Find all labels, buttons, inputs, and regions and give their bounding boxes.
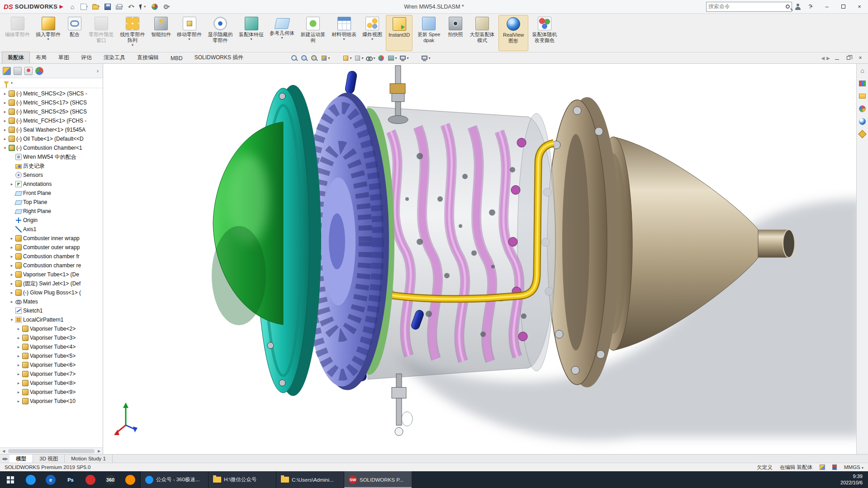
units-selector[interactable]: MMGS ▾ xyxy=(844,464,863,470)
tree-item[interactable]: ▸ Vaporiser Tube<10 xyxy=(0,397,103,406)
tree-expand-arrow[interactable]: ▸ xyxy=(16,327,21,331)
new-document-button[interactable]: ▾ xyxy=(79,2,90,12)
view-tool-button[interactable]: ▾ xyxy=(398,53,409,62)
ribbon-button[interactable]: 更新 Speedpak xyxy=(414,15,444,51)
tree-item[interactable]: ▸ (-) Oil Tube<1> (Default<<D xyxy=(0,134,103,143)
tree-item[interactable]: Sketch1 xyxy=(0,306,103,315)
taskbar-app-icon[interactable] xyxy=(21,471,41,488)
doc-restore-button[interactable] xyxy=(844,54,854,62)
tree-expand-arrow[interactable]: ▸ xyxy=(16,372,21,376)
graphics-viewport[interactable] xyxy=(103,64,856,454)
custom-properties-icon[interactable] xyxy=(859,130,867,138)
tree-item[interactable]: ▸ Vaporiser Tube<8> xyxy=(0,379,103,388)
tree-expand-arrow[interactable]: ▸ xyxy=(16,381,21,385)
ribbon-button[interactable]: RealView图形 xyxy=(498,15,528,51)
tree-item[interactable]: ▸ Vaporiser Tube<1> (De xyxy=(0,270,103,279)
view-tool-button[interactable]: ▾ xyxy=(387,53,398,62)
view-tool-button[interactable] xyxy=(410,53,419,62)
tree-expand-arrow[interactable]: ▸ xyxy=(3,109,7,114)
taskbar-clock[interactable]: 9:39 2022/10/6 xyxy=(835,471,868,488)
taskbar-app-icon[interactable]: Ps xyxy=(61,471,81,488)
resources-home-icon[interactable]: ⌂ xyxy=(859,66,867,75)
ribbon-button[interactable]: 新建运动算例 xyxy=(298,15,328,51)
tree-item[interactable]: ▸ (-) Seal Washer<1> (91545A xyxy=(0,125,103,134)
file-explorer-icon[interactable] xyxy=(859,92,867,100)
tree-expand-arrow[interactable]: ▸ xyxy=(9,281,14,286)
tree-expand-arrow[interactable]: ▸ xyxy=(3,137,7,141)
tree-expand-arrow[interactable]: ▸ xyxy=(9,290,14,295)
taskbar-window-button[interactable]: H:\微信公众号 xyxy=(208,471,276,488)
ribbon-button[interactable]: 插入零部件 ▾ xyxy=(33,15,63,51)
tree-expand-arrow[interactable]: ▸ xyxy=(16,363,21,367)
ribbon-button[interactable]: 编辑零部件 xyxy=(3,15,32,51)
tree-expand-arrow[interactable]: ▸ xyxy=(16,336,21,340)
appearances-scenes-icon[interactable] xyxy=(859,117,867,125)
ribbon-button[interactable]: 移动零部件 ▾ xyxy=(175,15,204,51)
tree-expand-arrow[interactable]: ▸ xyxy=(9,245,14,250)
combustion-chamber[interactable] xyxy=(368,107,555,379)
tab-scroll-right-icon[interactable]: ▶ xyxy=(5,457,8,461)
tree-item[interactable]: ▸ Combustion chamber re xyxy=(0,261,103,270)
tree-expand-arrow[interactable]: ▾ xyxy=(3,146,7,150)
view-tool-button[interactable] xyxy=(300,53,309,62)
tree-item[interactable]: Wren MW54 中的配合 xyxy=(0,152,103,161)
tree-expand-arrow[interactable]: ▸ xyxy=(16,345,21,349)
command-tab[interactable]: 评估 xyxy=(75,52,98,63)
intake-bell[interactable] xyxy=(212,122,283,325)
tree-item[interactable]: ▸ (-) Glow Plug Boss<1> ( xyxy=(0,288,103,297)
window-forward-icon[interactable]: ▶ xyxy=(826,56,830,61)
tree-item[interactable]: ▸ Vaporiser Tube<3> xyxy=(0,333,103,342)
tree-expand-arrow[interactable]: ▸ xyxy=(3,128,7,132)
ribbon-button[interactable]: Instant3D xyxy=(386,15,413,51)
rebuild-button[interactable] xyxy=(149,2,160,12)
tree-item[interactable]: Origin xyxy=(0,216,103,225)
undo-button[interactable]: ↶▾ xyxy=(126,2,137,12)
view-tool-button[interactable] xyxy=(290,53,299,62)
tree-expand-arrow[interactable]: ▸ xyxy=(16,399,21,403)
options-button[interactable]: ⚙▾ xyxy=(161,2,172,12)
ribbon-button[interactable]: 装配体随机改变颜色 xyxy=(530,15,560,51)
view-tool-button[interactable] xyxy=(332,53,341,62)
taskbar-app-icon[interactable]: 360 xyxy=(100,471,120,488)
view-tool-button[interactable]: ▾ xyxy=(320,53,331,62)
print-button[interactable]: ▾ xyxy=(114,2,125,12)
tree-expand-arrow[interactable]: ▸ xyxy=(9,263,14,268)
model-tab[interactable]: 模型 xyxy=(9,455,33,463)
model-tab[interactable]: Motion Study 1 xyxy=(65,455,113,463)
tree-item[interactable]: ▸ (-) Metric_SHCS<25> (SHCS xyxy=(0,107,103,116)
tree-item[interactable]: ▸ Vaporiser Tube<6> xyxy=(0,360,103,370)
tree-item[interactable]: ▸ Vaporiser Tube<2> xyxy=(0,324,103,333)
taskbar-app-icon[interactable] xyxy=(120,471,140,488)
view-tool-button[interactable]: ▾ xyxy=(420,53,431,62)
ribbon-button[interactable]: 材料明细表 ▾ xyxy=(329,15,359,51)
tree-expand-arrow[interactable]: ▸ xyxy=(3,100,7,105)
taskbar-window-button[interactable]: SW SOLIDWORKS P... xyxy=(344,471,412,488)
scroll-right-icon[interactable]: ▶ xyxy=(95,449,103,453)
open-button[interactable]: ▾ xyxy=(90,2,101,12)
property-manager-tab-icon[interactable] xyxy=(14,67,22,75)
tree-item[interactable]: Right Plane xyxy=(0,207,103,216)
tab-scroll-left-icon[interactable]: ◀ xyxy=(2,457,5,461)
tree-item[interactable]: Sensors xyxy=(0,171,103,180)
model-tab[interactable]: 3D 视图 xyxy=(33,455,65,463)
tree-item[interactable]: Front Plane xyxy=(0,189,103,198)
tree-filter-bar[interactable]: ▾ xyxy=(0,78,103,88)
tree-expand-arrow[interactable]: ▸ xyxy=(9,299,14,304)
taskbar-app-icon[interactable] xyxy=(81,471,100,488)
tree-item[interactable]: ▾ LocalCirPattern1 xyxy=(0,315,103,324)
taskbar-window-button[interactable]: 公众号 - 360极速... xyxy=(140,471,208,488)
scroll-left-icon[interactable]: ◀ xyxy=(0,449,7,453)
ribbon-button[interactable]: 显示隐藏的零部件 xyxy=(205,15,235,51)
command-search-input[interactable]: 搜索命令 xyxy=(706,2,792,12)
tree-horizontal-scrollbar[interactable]: ◀ ▶ xyxy=(0,447,103,454)
ribbon-button[interactable]: 线性零部件阵列 ▾ xyxy=(118,15,147,51)
close-button[interactable]: × xyxy=(853,1,866,12)
tree-item[interactable]: Axis1 xyxy=(0,225,103,234)
tree-expand-arrow[interactable]: ▾ xyxy=(9,317,14,322)
start-button[interactable] xyxy=(0,471,21,488)
view-tool-button[interactable]: ▾ xyxy=(342,53,352,62)
taskbar-window-button[interactable]: C:\Users\Admini... xyxy=(276,471,344,488)
select-button[interactable]: ▾ xyxy=(138,2,148,12)
ribbon-button[interactable]: 装配体特征 ▾ xyxy=(237,15,266,51)
panel-collapse-arrow[interactable]: › xyxy=(95,67,100,74)
